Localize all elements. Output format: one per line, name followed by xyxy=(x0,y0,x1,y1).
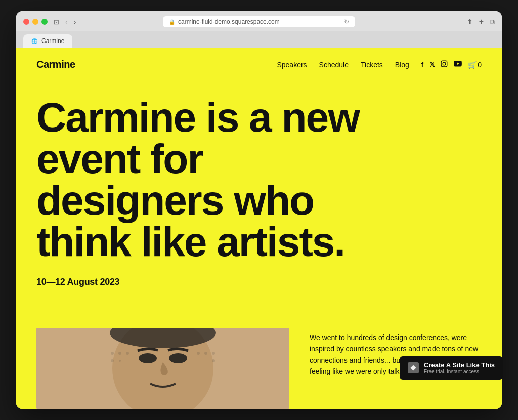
add-tab-icon[interactable]: + xyxy=(479,17,484,26)
address-bar-container: 🔒 carmine-fluid-demo.squarespace.com ↻ xyxy=(84,16,434,27)
badge-title: Create A Site Like This xyxy=(424,361,495,369)
browser-window: ⊡ ‹ › 🔒 carmine-fluid-demo.squarespace.c… xyxy=(16,11,502,409)
nav-blog[interactable]: Blog xyxy=(395,61,409,69)
facebook-icon[interactable]: f xyxy=(421,61,423,68)
title-bar-left: ⊡ ‹ › xyxy=(23,18,84,26)
site-logo[interactable]: Carmine xyxy=(36,59,75,70)
cart-count: 0 xyxy=(478,61,482,69)
title-bar-right: ⬆ + ⧉ xyxy=(434,17,495,26)
twitter-icon[interactable]: 𝕏 xyxy=(429,61,435,68)
svg-point-16 xyxy=(212,359,215,362)
cart-symbol: 🛒 xyxy=(468,61,477,69)
squarespace-badge[interactable]: Create A Site Like This Free trial. Inst… xyxy=(400,356,503,380)
svg-point-8 xyxy=(111,352,114,355)
svg-point-10 xyxy=(126,352,129,355)
tab-overview-icon[interactable]: ⧉ xyxy=(490,18,495,26)
back-button[interactable]: ‹ xyxy=(65,18,68,26)
traffic-lights xyxy=(23,19,48,25)
instagram-icon[interactable] xyxy=(441,60,448,69)
svg-point-11 xyxy=(197,352,200,355)
svg-point-15 xyxy=(119,360,121,362)
svg-point-14 xyxy=(111,359,114,362)
svg-point-13 xyxy=(212,352,215,355)
close-button[interactable] xyxy=(23,19,29,25)
hero-section: Carmine is a new event for designers who… xyxy=(16,81,502,308)
window-icon[interactable]: ⊡ xyxy=(54,18,59,26)
share-icon[interactable]: ⬆ xyxy=(467,18,473,26)
svg-point-1 xyxy=(443,62,446,65)
svg-rect-0 xyxy=(441,61,447,67)
svg-point-6 xyxy=(169,353,187,363)
nav-social: f 𝕏 🛒 0 xyxy=(421,60,482,69)
svg-point-12 xyxy=(204,352,207,355)
tab-label: Carmine xyxy=(41,37,64,45)
badge-subtitle: Free trial. Instant access. xyxy=(424,369,495,374)
svg-point-5 xyxy=(139,353,157,363)
badge-text-container: Create A Site Like This Free trial. Inst… xyxy=(424,361,495,374)
tab-bar: 🌐 Carmine xyxy=(16,31,502,48)
nav-schedule[interactable]: Schedule xyxy=(319,61,349,69)
url-text: carmine-fluid-demo.squarespace.com xyxy=(178,18,280,25)
hero-date: 10—12 August 2023 xyxy=(36,277,482,287)
website-content: Carmine Speakers Schedule Tickets Blog f… xyxy=(16,48,502,409)
svg-point-9 xyxy=(118,352,121,355)
squarespace-logo xyxy=(408,362,419,373)
nav-tickets[interactable]: Tickets xyxy=(361,61,383,69)
hero-headline: Carmine is a new event for designers who… xyxy=(36,97,380,263)
reload-icon[interactable]: ↻ xyxy=(344,18,349,25)
maximize-button[interactable] xyxy=(41,19,48,25)
nav-speakers[interactable]: Speakers xyxy=(277,61,307,69)
minimize-button[interactable] xyxy=(32,19,38,25)
cart-icon[interactable]: 🛒 0 xyxy=(468,61,482,69)
hero-image xyxy=(36,328,289,409)
site-nav: Carmine Speakers Schedule Tickets Blog f… xyxy=(16,48,502,81)
forward-button[interactable]: › xyxy=(74,18,76,26)
active-tab[interactable]: 🌐 Carmine xyxy=(23,34,72,48)
svg-point-2 xyxy=(446,62,447,63)
url-field[interactable]: 🔒 carmine-fluid-demo.squarespace.com ↻ xyxy=(163,16,355,27)
nav-links: Speakers Schedule Tickets Blog f 𝕏 🛒 0 xyxy=(277,60,482,69)
face-graphic xyxy=(36,328,289,409)
tab-favicon: 🌐 xyxy=(31,38,37,44)
lock-icon: 🔒 xyxy=(169,19,175,25)
youtube-icon[interactable] xyxy=(454,61,462,68)
title-bar: ⊡ ‹ › 🔒 carmine-fluid-demo.squarespace.c… xyxy=(16,11,502,31)
